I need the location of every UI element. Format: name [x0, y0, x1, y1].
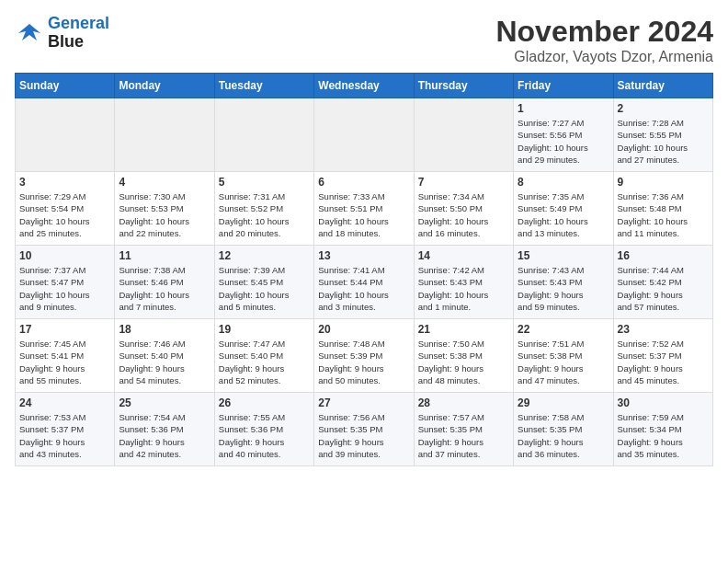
day-number: 2 [618, 102, 709, 115]
calendar-week-1: 1Sunrise: 7:27 AM Sunset: 5:56 PM Daylig… [16, 98, 713, 172]
svg-marker-0 [18, 24, 40, 40]
calendar-cell: 25Sunrise: 7:54 AM Sunset: 5:36 PM Dayli… [115, 393, 214, 466]
calendar-week-3: 10Sunrise: 7:37 AM Sunset: 5:47 PM Dayli… [16, 246, 713, 319]
day-info: Sunrise: 7:53 AM Sunset: 5:37 PM Dayligh… [19, 411, 110, 460]
logo: General Blue [15, 15, 109, 52]
calendar-cell: 13Sunrise: 7:41 AM Sunset: 5:44 PM Dayli… [314, 246, 414, 319]
calendar-cell: 4Sunrise: 7:30 AM Sunset: 5:53 PM Daylig… [115, 172, 214, 246]
location-title: Gladzor, Vayots Dzor, Armenia [495, 49, 713, 65]
day-info: Sunrise: 7:37 AM Sunset: 5:47 PM Dayligh… [19, 264, 110, 313]
calendar-cell: 9Sunrise: 7:36 AM Sunset: 5:48 PM Daylig… [613, 172, 712, 246]
day-info: Sunrise: 7:48 AM Sunset: 5:39 PM Dayligh… [318, 338, 409, 386]
day-number: 16 [618, 249, 709, 262]
day-number: 9 [618, 176, 709, 189]
calendar-cell: 29Sunrise: 7:58 AM Sunset: 5:35 PM Dayli… [514, 393, 613, 466]
calendar-cell: 16Sunrise: 7:44 AM Sunset: 5:42 PM Dayli… [613, 246, 712, 319]
day-number: 26 [219, 396, 310, 409]
header-thursday: Thursday [414, 74, 513, 98]
day-number: 10 [19, 249, 110, 262]
calendar-cell [214, 98, 313, 172]
calendar-cell: 23Sunrise: 7:52 AM Sunset: 5:37 PM Dayli… [613, 319, 712, 393]
day-info: Sunrise: 7:50 AM Sunset: 5:38 PM Dayligh… [418, 338, 509, 386]
calendar-week-2: 3Sunrise: 7:29 AM Sunset: 5:54 PM Daylig… [16, 172, 713, 246]
header-friday: Friday [514, 74, 613, 98]
day-number: 20 [318, 323, 409, 336]
calendar-cell: 1Sunrise: 7:27 AM Sunset: 5:56 PM Daylig… [514, 98, 613, 172]
day-number: 8 [518, 176, 609, 189]
day-info: Sunrise: 7:35 AM Sunset: 5:49 PM Dayligh… [518, 190, 609, 239]
day-info: Sunrise: 7:51 AM Sunset: 5:38 PM Dayligh… [518, 338, 609, 386]
day-info: Sunrise: 7:38 AM Sunset: 5:46 PM Dayligh… [119, 264, 210, 313]
day-number: 23 [618, 323, 709, 336]
calendar-week-5: 24Sunrise: 7:53 AM Sunset: 5:37 PM Dayli… [16, 393, 713, 466]
day-info: Sunrise: 7:36 AM Sunset: 5:48 PM Dayligh… [618, 190, 709, 239]
day-info: Sunrise: 7:42 AM Sunset: 5:43 PM Dayligh… [418, 264, 509, 313]
day-info: Sunrise: 7:46 AM Sunset: 5:40 PM Dayligh… [119, 338, 210, 386]
day-number: 3 [19, 176, 110, 189]
calendar-cell [16, 98, 115, 172]
header-wednesday: Wednesday [314, 74, 414, 98]
calendar-cell [314, 98, 414, 172]
day-info: Sunrise: 7:56 AM Sunset: 5:35 PM Dayligh… [318, 411, 409, 460]
calendar-cell: 6Sunrise: 7:33 AM Sunset: 5:51 PM Daylig… [314, 172, 414, 246]
logo-line2: Blue [48, 33, 109, 52]
day-info: Sunrise: 7:39 AM Sunset: 5:45 PM Dayligh… [219, 264, 310, 313]
calendar-cell [414, 98, 513, 172]
day-number: 19 [219, 323, 310, 336]
day-number: 28 [418, 396, 509, 409]
calendar-cell: 5Sunrise: 7:31 AM Sunset: 5:52 PM Daylig… [214, 172, 313, 246]
day-info: Sunrise: 7:57 AM Sunset: 5:35 PM Dayligh… [418, 411, 509, 460]
day-number: 17 [19, 323, 110, 336]
day-info: Sunrise: 7:34 AM Sunset: 5:50 PM Dayligh… [418, 190, 509, 239]
day-number: 25 [119, 396, 210, 409]
calendar-cell: 24Sunrise: 7:53 AM Sunset: 5:37 PM Dayli… [16, 393, 115, 466]
day-number: 6 [318, 176, 409, 189]
day-number: 5 [219, 176, 310, 189]
day-number: 11 [119, 249, 210, 262]
day-number: 7 [418, 176, 509, 189]
calendar-week-4: 17Sunrise: 7:45 AM Sunset: 5:41 PM Dayli… [16, 319, 713, 393]
logo-icon [15, 20, 44, 46]
calendar-cell: 12Sunrise: 7:39 AM Sunset: 5:45 PM Dayli… [214, 246, 313, 319]
header-monday: Monday [115, 74, 214, 98]
day-number: 18 [119, 323, 210, 336]
day-info: Sunrise: 7:30 AM Sunset: 5:53 PM Dayligh… [119, 190, 210, 239]
logo-text: General Blue [48, 15, 109, 52]
day-number: 27 [318, 396, 409, 409]
day-info: Sunrise: 7:31 AM Sunset: 5:52 PM Dayligh… [219, 190, 310, 239]
day-number: 12 [219, 249, 310, 262]
calendar-header-row: SundayMondayTuesdayWednesdayThursdayFrid… [16, 74, 713, 98]
day-number: 22 [518, 323, 609, 336]
day-info: Sunrise: 7:45 AM Sunset: 5:41 PM Dayligh… [19, 338, 110, 386]
calendar-cell: 17Sunrise: 7:45 AM Sunset: 5:41 PM Dayli… [16, 319, 115, 393]
day-info: Sunrise: 7:52 AM Sunset: 5:37 PM Dayligh… [618, 338, 709, 386]
day-number: 29 [518, 396, 609, 409]
calendar-cell: 19Sunrise: 7:47 AM Sunset: 5:40 PM Dayli… [214, 319, 313, 393]
calendar-cell: 10Sunrise: 7:37 AM Sunset: 5:47 PM Dayli… [16, 246, 115, 319]
day-info: Sunrise: 7:44 AM Sunset: 5:42 PM Dayligh… [618, 264, 709, 313]
calendar-cell: 20Sunrise: 7:48 AM Sunset: 5:39 PM Dayli… [314, 319, 414, 393]
header-tuesday: Tuesday [214, 74, 313, 98]
calendar-cell: 21Sunrise: 7:50 AM Sunset: 5:38 PM Dayli… [414, 319, 513, 393]
logo-line1: General [48, 14, 109, 32]
day-number: 13 [318, 249, 409, 262]
calendar-cell: 18Sunrise: 7:46 AM Sunset: 5:40 PM Dayli… [115, 319, 214, 393]
calendar-table: SundayMondayTuesdayWednesdayThursdayFrid… [15, 73, 713, 466]
title-area: November 2024 Gladzor, Vayots Dzor, Arme… [495, 15, 713, 65]
calendar-cell: 8Sunrise: 7:35 AM Sunset: 5:49 PM Daylig… [514, 172, 613, 246]
calendar-cell: 11Sunrise: 7:38 AM Sunset: 5:46 PM Dayli… [115, 246, 214, 319]
calendar-cell: 26Sunrise: 7:55 AM Sunset: 5:36 PM Dayli… [214, 393, 313, 466]
day-number: 21 [418, 323, 509, 336]
calendar-cell: 2Sunrise: 7:28 AM Sunset: 5:55 PM Daylig… [613, 98, 712, 172]
calendar-cell: 7Sunrise: 7:34 AM Sunset: 5:50 PM Daylig… [414, 172, 513, 246]
calendar-cell: 22Sunrise: 7:51 AM Sunset: 5:38 PM Dayli… [514, 319, 613, 393]
day-info: Sunrise: 7:41 AM Sunset: 5:44 PM Dayligh… [318, 264, 409, 313]
day-info: Sunrise: 7:55 AM Sunset: 5:36 PM Dayligh… [219, 411, 310, 460]
header-saturday: Saturday [613, 74, 712, 98]
calendar-cell: 15Sunrise: 7:43 AM Sunset: 5:43 PM Dayli… [514, 246, 613, 319]
day-info: Sunrise: 7:28 AM Sunset: 5:55 PM Dayligh… [618, 117, 709, 166]
calendar-cell: 3Sunrise: 7:29 AM Sunset: 5:54 PM Daylig… [16, 172, 115, 246]
day-number: 30 [618, 396, 709, 409]
calendar-cell: 14Sunrise: 7:42 AM Sunset: 5:43 PM Dayli… [414, 246, 513, 319]
month-title: November 2024 [495, 15, 713, 49]
